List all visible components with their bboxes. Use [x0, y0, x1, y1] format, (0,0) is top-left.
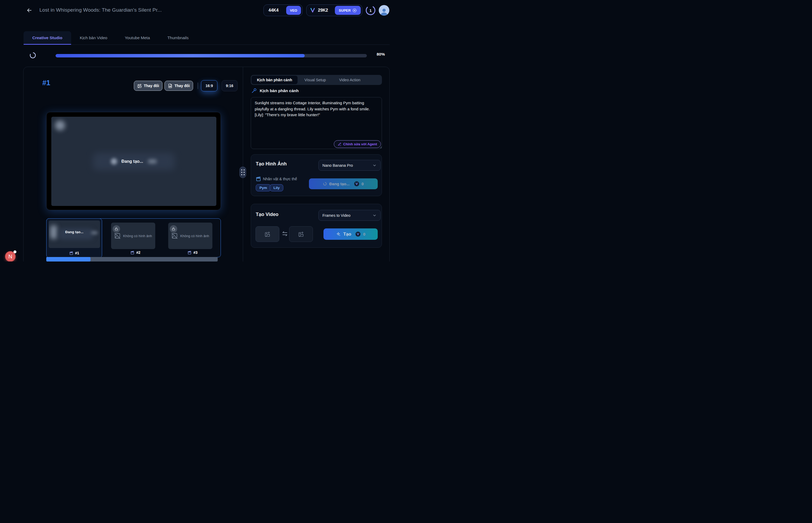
- image-off-icon: [114, 233, 120, 239]
- v-coin-icon: [356, 232, 360, 237]
- progress-percent: 80%: [372, 52, 385, 57]
- n-badge-status-dot: [14, 250, 16, 253]
- tab-youtube-meta[interactable]: Youtube Meta: [116, 31, 159, 44]
- chevron-down-icon: [373, 163, 377, 167]
- person-icon: [380, 7, 389, 16]
- veo-credit-badge[interactable]: 44K4 VEO: [263, 4, 303, 16]
- image-off-icon: [171, 233, 178, 239]
- preview-status-text: Đang tạo...: [121, 159, 143, 164]
- aspect-16-9-button[interactable]: 16:9: [201, 80, 218, 91]
- tab-kich-ban-video[interactable]: Kịch bản Video: [71, 31, 116, 44]
- sparkles-icon: [336, 232, 341, 237]
- thumbnail-scrollbar: [46, 257, 218, 262]
- generate-image-label: Đang tạo...: [329, 182, 350, 186]
- back-button[interactable]: [25, 6, 33, 14]
- panel-tab-script[interactable]: Kịch bản phân cảnh: [251, 76, 298, 84]
- image-plus-icon: [298, 231, 304, 237]
- change-video-label: Thay đổi: [174, 84, 190, 88]
- edit-with-agent-label: Chỉnh sửa với Agent: [343, 142, 377, 146]
- pencil-icon: [338, 142, 341, 146]
- n-badge-letter: N: [8, 254, 12, 260]
- image-generation-card: Tạo Hình Ảnh Nano Banana Pro Nhân vật & …: [251, 154, 382, 196]
- thumbnail-3-id: #3: [193, 250, 197, 255]
- entities-label: Nhân vật & thực thể: [263, 177, 297, 181]
- super-pill-label: SUPER: [339, 8, 351, 13]
- super-credit-badge[interactable]: 29K2 SUPER: [306, 4, 362, 16]
- v-coin-icon: [354, 181, 359, 186]
- generate-video-label: Tạo: [343, 232, 351, 237]
- video-preview-screen[interactable]: Đang tạo...: [51, 117, 216, 206]
- change-image-label: Thay đổi: [144, 84, 159, 88]
- back-arrow-icon: [26, 7, 33, 14]
- generate-video-button[interactable]: Tạo 0: [323, 229, 378, 240]
- notification-count: 1: [365, 5, 376, 16]
- spinner-icon: [323, 182, 327, 186]
- super-credit-amount: 29K2: [318, 8, 328, 13]
- thumbnail-1-id: #1: [75, 251, 79, 255]
- panel-tab-bar: Kịch bản phân cảnh Visual Setup Video Ac…: [251, 75, 382, 85]
- loading-spinner-blur: [111, 158, 117, 165]
- veo-credit-amount: 44K4: [268, 8, 279, 13]
- script-section-heading: Kịch bản phân cảnh: [260, 88, 299, 93]
- entity-tag-pym[interactable]: Pym: [256, 184, 271, 191]
- edit-with-agent-button[interactable]: Chỉnh sửa với Agent: [334, 140, 381, 148]
- clapperboard-icon: [130, 251, 134, 255]
- thumbnail-3-label: #3: [177, 250, 208, 255]
- end-frame-box[interactable]: [289, 226, 313, 242]
- mic-icon: [251, 88, 257, 93]
- file-video-icon: [168, 84, 172, 88]
- thumbnail-2-id: #2: [136, 250, 140, 255]
- thumbnail-card-2[interactable]: Không có hình ảnh: [111, 222, 155, 249]
- thumbnail-card-3[interactable]: Không có hình ảnh: [168, 222, 212, 249]
- progress-fill: [56, 54, 305, 57]
- image-plus-icon: [264, 231, 270, 237]
- loading-side-blur: [148, 159, 157, 164]
- thumbnail-card-1[interactable]: Đang tạo... #1: [46, 218, 102, 258]
- tab-creative-studio[interactable]: Creative Studio: [23, 31, 71, 44]
- veo-pill: VEO: [286, 6, 301, 15]
- image-gen-cost: 0: [362, 182, 364, 186]
- scene-thumbnail-strip: Đang tạo... #1 Không có hình ảnh: [46, 218, 221, 257]
- generate-image-button[interactable]: Đang tạo... 0: [309, 178, 378, 189]
- notification-ring[interactable]: 1: [365, 5, 376, 16]
- panel-tab-visual-setup[interactable]: Visual Setup: [298, 76, 332, 84]
- image-model-value: Nano Banana Pro: [322, 163, 353, 167]
- panel-tab-video-action[interactable]: Video Action: [333, 76, 366, 84]
- chevron-down-icon: [373, 213, 377, 218]
- thumbnail-scrollbar-thumb[interactable]: [46, 257, 91, 262]
- aspect-16-9-label: 16:9: [206, 84, 213, 88]
- super-pill: SUPER: [335, 6, 361, 15]
- start-frame-box[interactable]: [256, 226, 279, 242]
- user-avatar[interactable]: [379, 5, 389, 16]
- tab-thumbnails[interactable]: Thumbnails: [159, 31, 197, 44]
- aspect-9-16-label: 9:16: [226, 84, 233, 88]
- video-model-value: Frames to Video: [322, 213, 351, 218]
- clapperboard-icon: [188, 251, 191, 255]
- resize-grip-icon[interactable]: [379, 145, 382, 148]
- thumbnail-2-label: #2: [119, 250, 151, 255]
- swap-frames-icon[interactable]: [282, 230, 288, 237]
- video-gen-cost: 0: [363, 232, 365, 236]
- thumbnail-1-label: #1: [46, 251, 102, 255]
- main-tab-bar: Creative Studio Kịch bản Video Youtube M…: [23, 31, 390, 45]
- image-plus-icon: [137, 84, 142, 88]
- thumbnail-3-empty-text: Không có hình ảnh: [180, 234, 209, 238]
- image-model-dropdown[interactable]: Nano Banana Pro: [318, 160, 381, 171]
- change-image-button[interactable]: Thay đổi: [134, 81, 163, 91]
- app-root: Lost in Whispering Woods: The Guardian's…: [0, 0, 406, 262]
- entity-tag-lily[interactable]: Lily: [270, 184, 283, 191]
- aspect-9-16-button[interactable]: 9:16: [222, 80, 238, 91]
- video-gen-title: Tạo Video: [256, 212, 279, 217]
- unlock-icon: [170, 225, 177, 233]
- thumbnail-2-empty-text: Không có hình ảnh: [123, 234, 152, 238]
- image-gen-title: Tạo Hình Ảnh: [256, 161, 287, 167]
- thumbnail-1-image: Đang tạo...: [49, 220, 100, 248]
- plus-circle-icon: [352, 8, 357, 13]
- controls-separator: [197, 83, 198, 89]
- project-title: Lost in Whispering Woods: The Guardian's…: [39, 7, 162, 13]
- video-model-dropdown[interactable]: Frames to Video: [318, 210, 381, 221]
- video-generation-card: Tạo Video Frames to Video Tạo: [251, 204, 382, 248]
- change-video-button[interactable]: Thay đổi: [165, 81, 193, 91]
- divider-drag-handle[interactable]: [239, 166, 246, 178]
- video-preview-frame: Đang tạo...: [46, 112, 221, 210]
